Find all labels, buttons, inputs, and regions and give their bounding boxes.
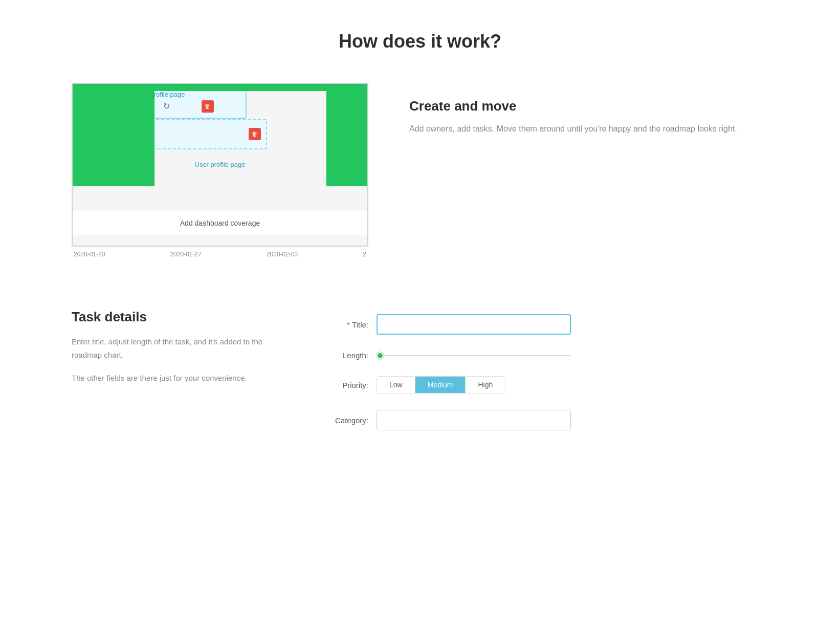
- create-move-title: Create and move: [409, 98, 768, 114]
- delete-btn-top[interactable]: 🗑: [202, 100, 214, 113]
- priority-high-button[interactable]: High: [466, 377, 505, 393]
- priority-label: Priority:: [307, 381, 368, 389]
- priority-group: Low Medium High: [377, 376, 505, 394]
- date-4: 2: [363, 251, 366, 258]
- title-label: *Title:: [307, 320, 368, 329]
- priority-row: Priority: Low Medium High: [307, 376, 768, 394]
- page-title: How does it work?: [41, 31, 799, 52]
- title-row: *Title:: [307, 314, 768, 335]
- category-row: Category:: [307, 410, 768, 430]
- date-axis: 2020-01-20 2020-01-27 2020-02-03 2: [72, 247, 368, 258]
- rotate-btn[interactable]: ↻: [160, 100, 172, 113]
- task-details-left: Task details Enter title, adjust length …: [72, 309, 266, 447]
- create-move-desc: Add owners, add tasks. Move them around …: [409, 122, 768, 136]
- priority-medium-button[interactable]: Medium: [415, 377, 466, 393]
- category-label: Category:: [307, 416, 368, 425]
- category-input[interactable]: [377, 410, 571, 430]
- create-move-section: Create and move Add owners, add tasks. M…: [409, 83, 768, 136]
- roadmap-chart: User profile page − + ↻ 🗑 − +: [72, 83, 368, 258]
- add-coverage-label: Add dashboard coverage: [180, 219, 260, 227]
- task-details-title: Task details: [72, 309, 266, 325]
- task-details-desc1: Enter title, adjust length of the task, …: [72, 335, 266, 361]
- add-coverage-row[interactable]: Add dashboard coverage: [73, 210, 367, 235]
- task-details-desc2: The other fields are there just for your…: [72, 372, 266, 385]
- length-label: Length:: [307, 351, 368, 360]
- green-strip-top: [154, 84, 326, 91]
- length-slider-container: [377, 355, 571, 356]
- title-input[interactable]: [377, 314, 571, 335]
- green-bg-right: [326, 84, 367, 186]
- task-details-right: *Title: Length: Priority: Low Medium Hig…: [307, 309, 768, 447]
- length-row: Length:: [307, 351, 768, 360]
- date-1: 2020-01-20: [74, 251, 105, 258]
- task-bottom-label: User profile page: [195, 161, 246, 168]
- date-2: 2020-01-27: [170, 251, 201, 258]
- task-details-section: Task details Enter title, adjust length …: [41, 309, 799, 447]
- date-3: 2020-02-03: [267, 251, 298, 258]
- green-bg-left: [73, 84, 154, 186]
- priority-low-button[interactable]: Low: [377, 377, 415, 393]
- length-slider[interactable]: [377, 355, 571, 356]
- title-required: *: [347, 320, 350, 329]
- delete-btn-bottom[interactable]: 🗑: [249, 128, 261, 140]
